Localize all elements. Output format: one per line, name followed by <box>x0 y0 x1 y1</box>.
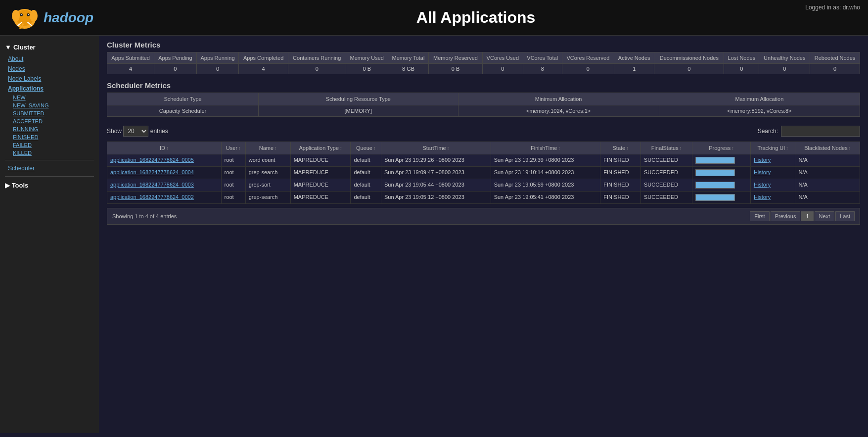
cluster-metric-value: 0 <box>654 64 724 74</box>
pagination-next[interactable]: Next <box>815 211 835 221</box>
sidebar-item-killed[interactable]: KILLED <box>13 149 99 157</box>
app-state-cell: FINISHED <box>600 179 641 192</box>
app-blacklisted-cell: N/A <box>795 179 860 192</box>
cluster-metrics-header-row: Apps SubmittedApps PendingApps RunningAp… <box>107 52 860 64</box>
app-progress-cell <box>692 192 750 204</box>
sort-icon[interactable]: ↕ <box>680 146 682 150</box>
apps-col-header: Application Type↕ <box>293 145 349 151</box>
sort-icon[interactable]: ↕ <box>558 146 560 150</box>
sidebar-item-accepted[interactable]: ACCEPTED <box>13 117 99 125</box>
sidebar-item-scheduler[interactable]: Scheduler <box>0 163 99 173</box>
app-queue-cell: default <box>351 167 381 179</box>
apps-col-header: Blacklisted Nodes↕ <box>797 145 858 151</box>
app-id-cell-link[interactable]: application_1682247778624_0005 <box>110 157 194 163</box>
app-trackingui-cell: History <box>750 167 795 179</box>
app-state-cell: FINISHED <box>600 192 641 204</box>
sort-icon[interactable]: ↕ <box>274 146 277 150</box>
cluster-metric-header: Decommissioned Nodes <box>654 52 724 64</box>
search-box: Search: <box>758 126 860 137</box>
svg-point-6 <box>21 14 22 15</box>
sort-icon[interactable]: ↕ <box>166 146 169 150</box>
app-trackingui-cell: History <box>750 154 795 167</box>
sidebar-item-submitted[interactable]: SUBMITTED <box>13 109 99 117</box>
cluster-metric-value: 0 B <box>429 64 483 74</box>
cluster-metric-header: Unhealthy Nodes <box>759 52 810 64</box>
app-trackingui-cell: History <box>750 179 795 192</box>
app-id-cell-link[interactable]: application_1682247778624_0002 <box>110 194 194 200</box>
cluster-metric-value: 8 GB <box>388 64 428 74</box>
cluster-metric-header: Rebooted Nodes <box>810 52 860 64</box>
app-id-cell-link[interactable]: application_1682247778624_0003 <box>110 182 194 188</box>
pagination-last[interactable]: Last <box>835 211 855 221</box>
app-finalstatus-cell: SUCCEEDED <box>640 179 692 192</box>
sidebar-item-running[interactable]: RUNNING <box>13 125 99 133</box>
app-name-cell: word count <box>245 154 290 167</box>
app-user-cell: root <box>221 154 245 167</box>
apps-col-header: State↕ <box>602 145 639 151</box>
pagination-first[interactable]: First <box>750 211 769 221</box>
sidebar-item-nodes[interactable]: Nodes <box>0 64 99 74</box>
sort-icon[interactable]: ↕ <box>626 146 629 150</box>
cluster-metrics-table: Apps SubmittedApps PendingApps RunningAp… <box>107 52 860 74</box>
sidebar-item-failed[interactable]: FAILED <box>13 141 99 149</box>
pagination-previous[interactable]: Previous <box>771 211 801 221</box>
sort-icon[interactable]: ↕ <box>849 146 851 150</box>
sidebar-item-nodelabels[interactable]: Node Labels <box>0 74 99 84</box>
app-trackingui-cell-link[interactable]: History <box>754 169 771 175</box>
cluster-metric-header: Apps Running <box>196 52 239 64</box>
app-blacklisted-cell: N/A <box>795 192 860 204</box>
app-trackingui-cell-link[interactable]: History <box>754 157 771 163</box>
cluster-metric-header: Active Nodes <box>614 52 654 64</box>
sort-icon[interactable]: ↕ <box>731 146 734 150</box>
sidebar-item-finished[interactable]: FINISHED <box>13 133 99 141</box>
svg-point-2 <box>12 10 20 22</box>
app-trackingui-cell-link[interactable]: History <box>754 194 771 200</box>
app-trackingui-cell-link[interactable]: History <box>754 182 771 188</box>
login-info: Logged in as: dr.who <box>805 4 860 11</box>
app-progress-cell <box>692 179 750 192</box>
cluster-metric-value: 0 <box>154 64 196 74</box>
cluster-metric-value: 0 <box>482 64 523 74</box>
sort-icon[interactable]: ↕ <box>447 146 450 150</box>
entries-select[interactable]: 102050100 <box>123 126 148 137</box>
app-queue-cell: default <box>351 154 381 167</box>
pagination-row: Showing 1 to 4 of 4 entries First Previo… <box>107 208 860 225</box>
sort-icon[interactable]: ↕ <box>786 146 788 150</box>
sidebar-cluster-header[interactable]: ▼ Cluster <box>0 41 99 54</box>
apps-col-header: StartTime↕ <box>383 145 489 151</box>
app-trackingui-cell: History <box>750 192 795 204</box>
cluster-metric-value: 1 <box>614 64 654 74</box>
sort-icon[interactable]: ↕ <box>340 146 342 150</box>
progress-bar <box>695 194 735 201</box>
pagination-page-1[interactable]: 1 <box>801 211 813 221</box>
app-blacklisted-cell: N/A <box>795 167 860 179</box>
page-title: All Applications <box>93 8 858 27</box>
apps-col-header: Tracking UI↕ <box>753 145 793 151</box>
app-finalstatus-cell: SUCCEEDED <box>640 154 692 167</box>
sidebar-item-applications[interactable]: Applications <box>0 84 99 94</box>
cluster-metric-header: VCores Used <box>482 52 523 64</box>
show-entries-row: Show 102050100 entries Search: <box>107 124 860 139</box>
cluster-metric-value: 0 <box>759 64 810 74</box>
app-starttime-cell: Sun Apr 23 19:05:12 +0800 2023 <box>381 192 491 204</box>
app-type-cell: MAPREDUCE <box>290 167 351 179</box>
sidebar-item-new-saving[interactable]: NEW_SAVING <box>13 101 99 109</box>
cluster-metric-header: Apps Completed <box>239 52 288 64</box>
svg-point-5 <box>27 13 30 16</box>
app-user-cell: root <box>221 167 245 179</box>
sidebar-item-new[interactable]: NEW <box>13 94 99 101</box>
app-progress-cell <box>692 154 750 167</box>
sort-icon[interactable]: ↕ <box>373 146 376 150</box>
scheduler-metric-value: <memory:1024, vCores:1> <box>458 105 659 117</box>
cluster-metric-header: Lost Nodes <box>724 52 759 64</box>
tools-label: Tools <box>12 182 29 189</box>
app-finishtime-cell: Sun Apr 23 19:05:41 +0800 2023 <box>491 192 600 204</box>
hadoop-text: hadoop <box>44 10 93 26</box>
applications-table: ID↕User↕Name↕Application Type↕Queue↕Star… <box>107 142 860 204</box>
sort-icon[interactable]: ↕ <box>238 146 241 150</box>
sidebar-item-about[interactable]: About <box>0 54 99 64</box>
cluster-metric-header: Apps Submitted <box>107 52 154 64</box>
app-id-cell-link[interactable]: application_1682247778624_0004 <box>110 169 194 175</box>
apps-body: application_1682247778624_0005rootword c… <box>107 154 860 204</box>
search-input[interactable] <box>781 126 860 137</box>
